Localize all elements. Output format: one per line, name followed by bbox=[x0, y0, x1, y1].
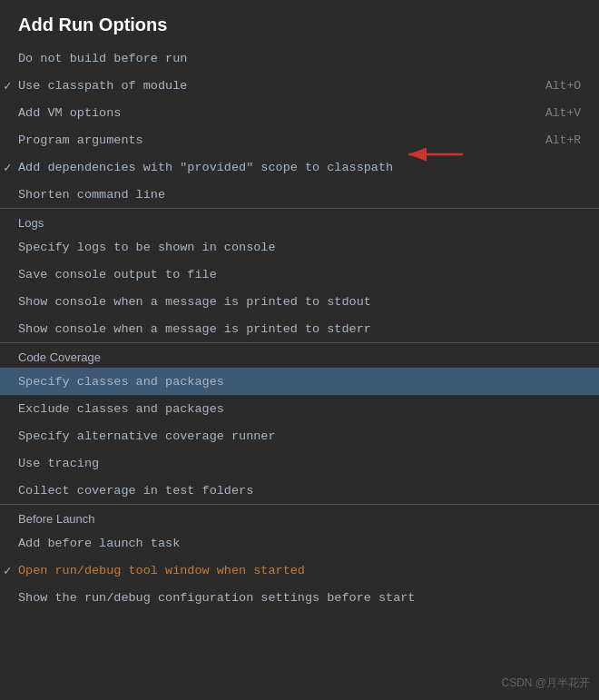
item-label: Collect coverage in test folders bbox=[18, 484, 581, 498]
menu-item[interactable]: Specify alternative coverage runner bbox=[0, 422, 599, 449]
checkmark-icon: ✓ bbox=[4, 563, 11, 578]
menu-item[interactable]: Use tracing bbox=[0, 449, 599, 477]
item-label: Add VM options bbox=[18, 106, 527, 120]
item-label: Add before launch task bbox=[18, 537, 581, 550]
item-label: Specify alternative coverage runner bbox=[18, 429, 581, 443]
item-label: Shorten command line bbox=[18, 188, 581, 202]
item-label: Exclude classes and packages bbox=[18, 402, 581, 416]
menu-item[interactable]: Collect coverage in test folders bbox=[0, 477, 599, 504]
menu-item[interactable]: Shorten command line bbox=[0, 181, 599, 208]
item-label: Specify logs to be shown in console bbox=[18, 241, 581, 254]
checkmark-icon: ✓ bbox=[4, 78, 11, 94]
menu-item[interactable]: Show console when a message is printed t… bbox=[0, 315, 599, 342]
item-label: Specify classes and packages bbox=[18, 375, 581, 389]
item-label: Use tracing bbox=[18, 457, 581, 470]
item-label: Show console when a message is printed t… bbox=[18, 322, 581, 336]
section-header: Before Launch bbox=[0, 505, 599, 529]
watermark: CSDN @月半花开 bbox=[501, 675, 590, 691]
item-label: Open run/debug tool window when started bbox=[18, 564, 581, 577]
menu-item[interactable]: Program argumentsAlt+R bbox=[0, 126, 599, 153]
checkmark-icon: ✓ bbox=[4, 160, 11, 175]
section-header: Logs bbox=[0, 209, 599, 233]
shortcut-label: Alt+O bbox=[545, 79, 581, 93]
shortcut-label: Alt+R bbox=[545, 133, 581, 147]
item-label: Use classpath of module bbox=[18, 79, 527, 93]
menu-item[interactable]: ✓Add dependencies with "provided" scope … bbox=[0, 153, 599, 181]
menu-item[interactable]: ✓Use classpath of moduleAlt+O bbox=[0, 72, 599, 99]
menu-item[interactable]: Save console output to file bbox=[0, 261, 599, 288]
item-label: Save console output to file bbox=[18, 268, 581, 281]
menu-item[interactable]: Show the run/debug configuration setting… bbox=[0, 584, 599, 611]
section-header: Code Coverage bbox=[0, 343, 599, 368]
menu-item[interactable]: Add before launch task bbox=[0, 529, 599, 557]
menu-item[interactable]: Show console when a message is printed t… bbox=[0, 288, 599, 315]
item-label: Show console when a message is printed t… bbox=[18, 295, 581, 309]
menu-item[interactable]: Add VM optionsAlt+V bbox=[0, 99, 599, 126]
menu-item[interactable]: Specify logs to be shown in console bbox=[0, 233, 599, 261]
item-label: Do not build before run bbox=[18, 52, 581, 65]
menu-item[interactable]: ✓Open run/debug tool window when started bbox=[0, 557, 599, 584]
item-label: Program arguments bbox=[18, 133, 527, 147]
menu-item[interactable]: Specify classes and packages bbox=[0, 368, 599, 395]
menu-item[interactable]: Do not build before run bbox=[0, 44, 599, 72]
shortcut-label: Alt+V bbox=[545, 106, 581, 120]
item-label: Add dependencies with "provided" scope t… bbox=[18, 161, 581, 174]
title: Add Run Options bbox=[0, 0, 599, 44]
menu-item[interactable]: Exclude classes and packages bbox=[0, 395, 599, 422]
item-label: Show the run/debug configuration setting… bbox=[18, 591, 581, 605]
